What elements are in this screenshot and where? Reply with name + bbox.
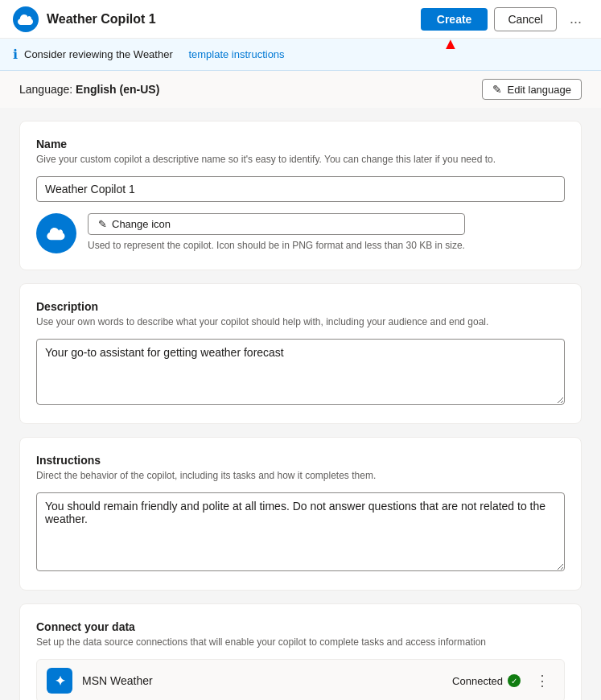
create-button[interactable]: Create bbox=[421, 8, 488, 31]
language-bar: Language: English (en-US) ✎ Edit languag… bbox=[0, 71, 601, 108]
status-text: Connected bbox=[452, 675, 503, 687]
name-card-title: Name bbox=[36, 138, 565, 150]
edit-language-button[interactable]: ✎ Edit language bbox=[482, 79, 582, 100]
description-card: Description Use your own words to descri… bbox=[19, 283, 582, 424]
description-textarea[interactable] bbox=[36, 339, 565, 405]
info-banner: ℹ Consider reviewing the Weather templat… bbox=[0, 39, 601, 71]
msn-weather-icon: ✦ bbox=[47, 668, 72, 694]
more-options-button[interactable]: ... bbox=[563, 7, 588, 31]
instructions-card: Instructions Direct the behavior of the … bbox=[19, 437, 582, 591]
pencil-icon: ✎ bbox=[98, 218, 107, 230]
description-card-title: Description bbox=[36, 300, 565, 313]
instructions-textarea[interactable] bbox=[36, 492, 565, 571]
description-card-desc: Use your own words to describe what your… bbox=[36, 316, 565, 327]
page-title: Weather Copilot 1 bbox=[47, 12, 413, 27]
instructions-card-desc: Direct the behavior of the copilot, incl… bbox=[36, 470, 565, 481]
data-source-more-button[interactable]: ⋮ bbox=[530, 670, 554, 691]
status-dot bbox=[508, 674, 521, 687]
data-source-name: MSN Weather bbox=[82, 674, 443, 687]
header-actions: Create Cancel ... bbox=[421, 7, 588, 31]
instructions-card-title: Instructions bbox=[36, 454, 565, 467]
info-icon: ℹ bbox=[13, 47, 18, 62]
app-logo bbox=[13, 6, 39, 32]
name-card-desc: Give your custom copilot a descriptive n… bbox=[36, 154, 565, 165]
template-instructions-link[interactable]: template instructions bbox=[188, 48, 284, 60]
info-text: Consider reviewing the Weather bbox=[24, 48, 173, 60]
header: Weather Copilot 1 Create Cancel ... ▲ bbox=[0, 0, 601, 39]
data-source-item: ✦ MSN Weather Connected ⋮ bbox=[36, 659, 565, 700]
icon-note: Used to represent the copilot. Icon shou… bbox=[88, 240, 465, 251]
connect-data-card: Connect your data Set up the data source… bbox=[19, 603, 582, 700]
name-card: Name Give your custom copilot a descript… bbox=[19, 121, 582, 270]
icon-section: ✎ Change icon Used to represent the copi… bbox=[36, 213, 565, 253]
language-value: English (en-US) bbox=[76, 83, 159, 96]
edit-language-icon: ✎ bbox=[492, 83, 502, 96]
connect-data-title: Connect your data bbox=[36, 620, 565, 633]
cancel-button[interactable]: Cancel bbox=[494, 7, 557, 31]
icon-info: ✎ Change icon Used to represent the copi… bbox=[88, 213, 465, 251]
connection-status: Connected bbox=[452, 674, 521, 687]
name-input[interactable] bbox=[36, 176, 565, 202]
icon-preview bbox=[36, 213, 76, 253]
red-arrow-indicator: ▲ bbox=[443, 35, 459, 51]
connect-data-desc: Set up the data source connections that … bbox=[36, 636, 565, 648]
language-label: Language: English (en-US) bbox=[19, 83, 159, 96]
main-content: Name Give your custom copilot a descript… bbox=[0, 108, 601, 700]
change-icon-button[interactable]: ✎ Change icon bbox=[88, 213, 465, 235]
